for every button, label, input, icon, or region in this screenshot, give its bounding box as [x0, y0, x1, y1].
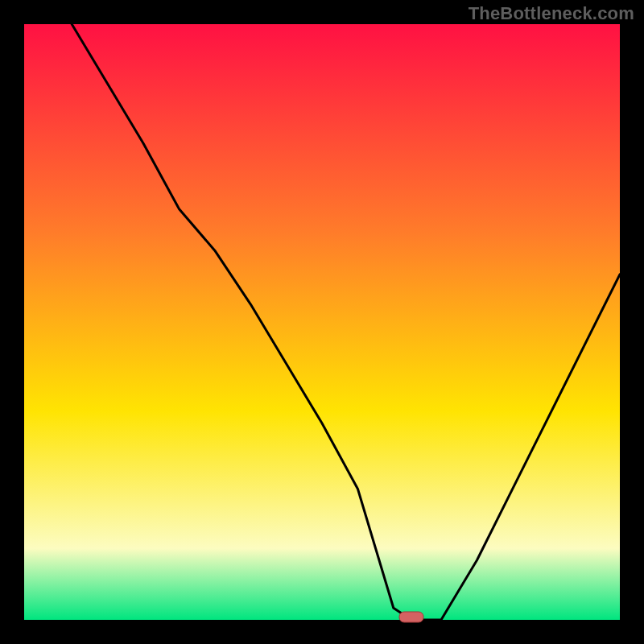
plot-background: [24, 24, 620, 620]
bottleneck-chart: TheBottleneck.com: [0, 0, 644, 644]
watermark-text: TheBottleneck.com: [469, 3, 634, 24]
minimum-marker: [399, 612, 423, 622]
chart-svg: [0, 0, 644, 644]
